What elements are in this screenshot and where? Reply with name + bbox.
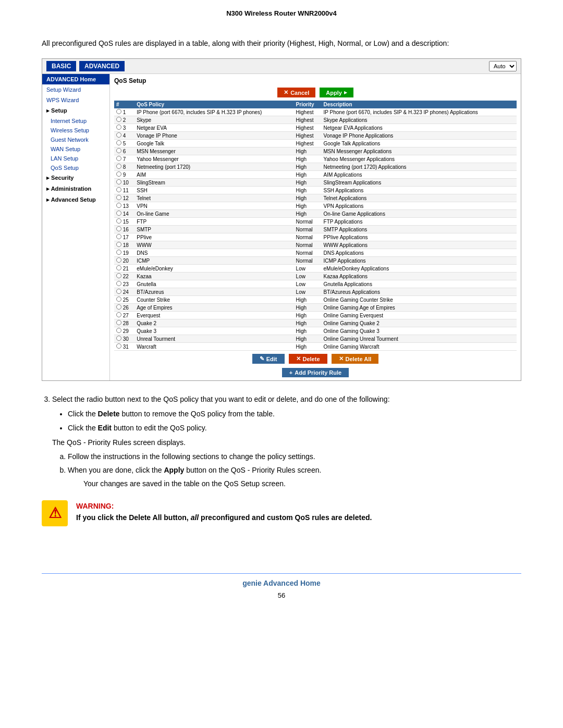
table-row[interactable]: 24 BT/Azureus Low BT/Azureus Application…: [114, 288, 517, 296]
table-row[interactable]: 28 Quake 2 High Online Gaming Quake 2: [114, 319, 517, 327]
cell-radio[interactable]: 8: [114, 163, 134, 171]
apply-button[interactable]: Apply ▸: [320, 88, 353, 97]
cell-policy: VPN: [134, 202, 293, 210]
table-row[interactable]: 15 FTP Normal FTP Applications: [114, 218, 517, 226]
cell-radio[interactable]: 5: [114, 140, 134, 147]
warning-label: WARNING:: [76, 502, 114, 510]
sidebar-administration-section[interactable]: ▸ Administration: [42, 183, 109, 194]
cell-radio[interactable]: 2: [114, 116, 134, 124]
cell-radio[interactable]: 6: [114, 147, 134, 155]
sidebar-guest-network[interactable]: Guest Network: [42, 135, 109, 144]
tab-advanced[interactable]: ADVANCED: [79, 61, 125, 71]
table-row[interactable]: 30 Unreal Tourment High Online Gaming Un…: [114, 335, 517, 343]
cell-radio[interactable]: 15: [114, 218, 134, 226]
cell-radio[interactable]: 16: [114, 226, 134, 233]
table-row[interactable]: 13 VPN High VPN Applications: [114, 202, 517, 210]
sidebar-setup-wizard[interactable]: Setup Wizard: [42, 84, 109, 95]
sidebar-advanced-home[interactable]: ADVANCED Home: [42, 74, 109, 84]
add-priority-rule-button[interactable]: + Add Priority Rule: [282, 368, 349, 377]
delete-button[interactable]: ✕ Delete: [289, 354, 327, 364]
cell-policy: AIM: [134, 171, 293, 179]
bullet-list: Click the Delete button to remove the Qo…: [68, 408, 521, 434]
cell-policy: Yahoo Messenger: [134, 155, 293, 163]
cell-radio[interactable]: 21: [114, 265, 134, 273]
sidebar-lan-setup[interactable]: LAN Setup: [42, 154, 109, 163]
cell-radio[interactable]: 7: [114, 155, 134, 163]
action-buttons-row: ✕ Cancel Apply ▸: [114, 88, 517, 97]
cell-radio[interactable]: 18: [114, 241, 134, 249]
table-row[interactable]: 10 SlingStream High SlingStream Applicat…: [114, 179, 517, 187]
table-row[interactable]: 14 On-line Game High On-line Game Applic…: [114, 210, 517, 218]
table-row[interactable]: 25 Counter Strike High Online Gaming Cou…: [114, 296, 517, 304]
table-row[interactable]: 4 Vonage IP Phone Highest Vonage IP Phon…: [114, 132, 517, 140]
table-row[interactable]: 17 PPIive Normal PPIive Applications: [114, 233, 517, 241]
cell-radio[interactable]: 23: [114, 280, 134, 288]
cell-policy: Skype: [134, 116, 293, 124]
sidebar-advanced-setup-section[interactable]: ▸ Advanced Setup: [42, 194, 109, 205]
table-row[interactable]: 31 Warcraft High Online Gaming Warcraft: [114, 343, 517, 351]
cell-radio[interactable]: 4: [114, 132, 134, 140]
cell-radio[interactable]: 1: [114, 108, 134, 116]
table-row[interactable]: 29 Quake 3 High Online Gaming Quake 3: [114, 327, 517, 335]
sidebar-wan-setup[interactable]: WAN Setup: [42, 144, 109, 154]
cell-radio[interactable]: 29: [114, 327, 134, 335]
table-row[interactable]: 26 Age of Empires High Online Gaming Age…: [114, 304, 517, 312]
cell-radio[interactable]: 31: [114, 343, 134, 351]
delete-all-button[interactable]: ✕ Delete All: [332, 354, 379, 364]
cell-radio[interactable]: 17: [114, 233, 134, 241]
table-row[interactable]: 16 SMTP Normal SMTP Applications: [114, 226, 517, 233]
cell-radio[interactable]: 9: [114, 171, 134, 179]
auto-select[interactable]: Auto: [489, 61, 517, 71]
table-row[interactable]: 20 ICMP Normal ICMP Applications: [114, 257, 517, 265]
cell-radio[interactable]: 19: [114, 249, 134, 257]
cell-priority: Highest: [294, 124, 322, 132]
table-row[interactable]: 12 Telnet High Telnet Applications: [114, 194, 517, 202]
footer-link[interactable]: genie Advanced Home: [242, 579, 321, 587]
cell-radio[interactable]: 14: [114, 210, 134, 218]
cell-radio[interactable]: 10: [114, 179, 134, 187]
cell-radio[interactable]: 13: [114, 202, 134, 210]
sidebar-qos-setup[interactable]: QoS Setup: [42, 163, 109, 172]
table-row[interactable]: 11 SSH High SSH Applications: [114, 187, 517, 194]
table-row[interactable]: 21 eMule/eDonkey Low eMule/eDonkey Appli…: [114, 265, 517, 273]
cell-priority: High: [294, 335, 322, 343]
table-row[interactable]: 3 Netgear EVA Highest Netgear EVA Applic…: [114, 124, 517, 132]
tab-basic[interactable]: BASIC: [46, 61, 76, 71]
cell-description: Skype Applications: [322, 116, 517, 124]
table-row[interactable]: 1 IP Phone (port 6670, includes SIP & H.…: [114, 108, 517, 116]
cell-radio[interactable]: 25: [114, 296, 134, 304]
sidebar-setup-section[interactable]: ▸ Setup: [42, 105, 109, 116]
cell-policy: ICMP: [134, 257, 293, 265]
cancel-button[interactable]: ✕ Cancel: [277, 88, 315, 97]
cell-radio[interactable]: 20: [114, 257, 134, 265]
table-row[interactable]: 2 Skype Highest Skype Applications: [114, 116, 517, 124]
cell-radio[interactable]: 11: [114, 187, 134, 194]
table-row[interactable]: 8 Netmeeting (port 1720) High Netmeeting…: [114, 163, 517, 171]
table-row[interactable]: 7 Yahoo Messenger High Yahoo Messenger A…: [114, 155, 517, 163]
cell-description: Vonage IP Phone Applications: [322, 132, 517, 140]
cell-priority: Low: [294, 265, 322, 273]
table-row[interactable]: 9 AIM High AIM Applications: [114, 171, 517, 179]
table-row[interactable]: 19 DNS Normal DNS Applications: [114, 249, 517, 257]
cell-radio[interactable]: 3: [114, 124, 134, 132]
sidebar-security-section[interactable]: ▸ Security: [42, 172, 109, 183]
table-row[interactable]: 18 WWW Normal WWW Applications: [114, 241, 517, 249]
table-row[interactable]: 5 Google Talk Highest Google Talk Applic…: [114, 140, 517, 147]
cell-radio[interactable]: 30: [114, 335, 134, 343]
edit-button[interactable]: ✎ Edit: [252, 354, 285, 364]
table-row[interactable]: 27 Everquest High Online Gaming Everques…: [114, 312, 517, 319]
cell-priority: Normal: [294, 233, 322, 241]
cell-radio[interactable]: 26: [114, 304, 134, 312]
table-row[interactable]: 23 Gnutella Low Gnutella Applications: [114, 280, 517, 288]
table-row[interactable]: 6 MSN Messenger High MSN Messenger Appli…: [114, 147, 517, 155]
cell-radio[interactable]: 12: [114, 194, 134, 202]
sidebar-wps-wizard[interactable]: WPS Wizard: [42, 95, 109, 105]
sidebar-wireless-setup[interactable]: Wireless Setup: [42, 126, 109, 135]
cell-radio[interactable]: 24: [114, 288, 134, 296]
cell-radio[interactable]: 27: [114, 312, 134, 319]
sidebar-internet-setup[interactable]: Internet Setup: [42, 116, 109, 126]
table-row[interactable]: 22 Kazaa Low Kazaa Applications: [114, 273, 517, 280]
cell-priority: Normal: [294, 249, 322, 257]
cell-radio[interactable]: 28: [114, 319, 134, 327]
cell-radio[interactable]: 22: [114, 273, 134, 280]
